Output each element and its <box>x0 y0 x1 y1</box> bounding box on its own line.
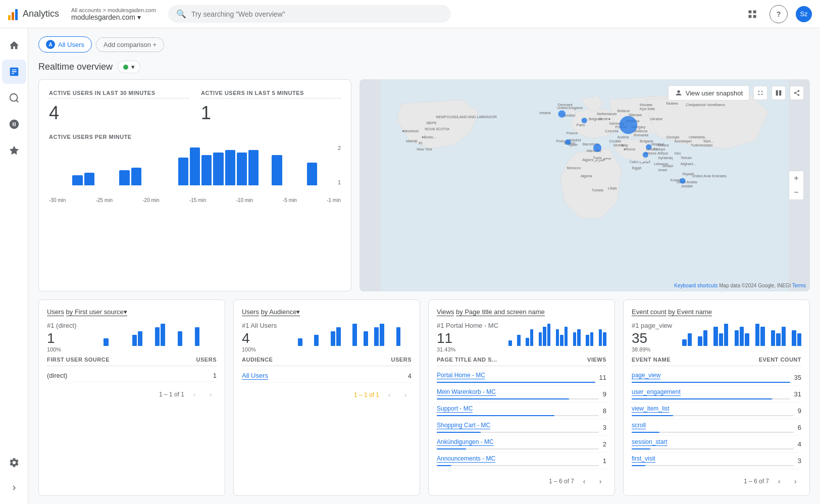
svg-text:Warsaw: Warsaw <box>629 113 642 117</box>
mini-chart-bar <box>556 329 559 346</box>
chart-bar <box>72 175 82 185</box>
users-by-source-chart <box>87 322 217 346</box>
col-page-title: PAGE TITLE AND S... <box>437 357 497 363</box>
account-selector[interactable]: All accounts > modulesgaden.com modulesg… <box>71 7 156 21</box>
event-row-name[interactable]: scroll <box>632 422 646 429</box>
active-5-value: 1 <box>201 103 341 124</box>
add-comparison-button[interactable]: Add comparison + <box>96 37 164 52</box>
event-row-name[interactable]: view_item_list <box>632 405 670 413</box>
page-row-name[interactable]: Portal Home - MC <box>437 372 485 379</box>
svg-rect-1 <box>753 10 756 13</box>
page-row-name[interactable]: Support - MC <box>437 405 473 413</box>
map-share-button[interactable] <box>790 86 804 100</box>
event-count-link[interactable]: by Event name <box>668 308 712 316</box>
sidebar-item-reports[interactable] <box>2 60 26 84</box>
chart-bar <box>131 168 141 185</box>
svg-text:MAINE: MAINE <box>406 139 418 143</box>
col-first-user-source: FIRST USER SOURCE <box>47 357 110 363</box>
svg-text:Jordan: Jordan <box>662 164 673 168</box>
help-icon-button[interactable]: ? <box>770 5 788 23</box>
active-users-grid: ACTIVE USERS IN LAST 30 MINUTES 4 ACTIVE… <box>49 90 341 124</box>
active-users-card: ACTIVE USERS IN LAST 30 MINUTES 4 ACTIVE… <box>38 79 351 291</box>
table-row: session_start 4 <box>632 436 801 452</box>
all-users-chip[interactable]: A All Users <box>38 36 92 53</box>
svg-text:Algeria: Algeria <box>581 174 593 178</box>
users-by-audience-metric: #1 All Users 4 100% <box>242 322 412 352</box>
col-users-2: USERS <box>391 357 412 363</box>
map-container: London Paris Belgium Netherlands Berlin●… <box>360 79 810 291</box>
map-zoom-out-button[interactable]: − <box>789 185 803 199</box>
map-bubble-istanbul <box>646 144 651 149</box>
mini-chart-bar <box>195 327 199 346</box>
table-row: page_view 35 <box>632 369 801 386</box>
views-by-page-link[interactable]: by Page title and screen name <box>456 308 545 316</box>
chart-bar <box>213 153 223 185</box>
map-fullscreen-button[interactable] <box>753 86 767 100</box>
sidebar-item-configure[interactable] <box>2 138 26 163</box>
page-row-name[interactable]: Shopping Cart - MC <box>437 422 490 429</box>
svg-text:Ukraine: Ukraine <box>650 117 662 121</box>
view-user-snapshot-button[interactable]: View user snapshot <box>668 85 749 100</box>
next-page-button-2[interactable]: › <box>399 389 412 401</box>
table-row: Shopping Cart - MC 3 <box>437 419 606 436</box>
event-row-name[interactable]: page_view <box>632 372 660 379</box>
svg-rect-83 <box>779 90 781 96</box>
prev-page-button-2[interactable]: ‹ <box>383 389 395 401</box>
svg-text:Egypt: Egypt <box>632 166 642 170</box>
mini-chart-bar <box>755 324 759 346</box>
svg-text:France: France <box>567 131 578 135</box>
mini-chart-bar <box>380 324 384 346</box>
cards-row: Users by First user source▾ #1 (direct) … <box>38 299 810 496</box>
search-input[interactable] <box>191 10 443 18</box>
mini-chart-bar <box>724 324 728 346</box>
property-selector[interactable]: modulesgarden.com ▾ <box>71 13 156 21</box>
prev-page-button-4[interactable]: ‹ <box>773 475 785 487</box>
svg-text:Kyiv Київ: Kyiv Київ <box>640 107 655 111</box>
table-row: user_engagement 31 <box>632 386 801 402</box>
page-row-name[interactable]: Ankündigungen - MC <box>437 438 494 446</box>
users-by-audience-link[interactable]: by Audience▾ <box>261 308 300 316</box>
users-by-source-link[interactable]: by First user source▾ <box>66 308 127 316</box>
svg-text:Tunis تونس: Tunis تونس <box>593 156 611 160</box>
sidebar-item-home[interactable] <box>2 33 26 58</box>
user-avatar[interactable]: Sz <box>796 6 812 22</box>
page-row-name[interactable]: Mein Warenkorb - MC <box>437 388 496 396</box>
event-row-name[interactable]: user_engagement <box>632 388 681 396</box>
next-page-button[interactable]: › <box>204 388 217 400</box>
grid-icon-button[interactable] <box>743 5 761 23</box>
prev-page-button[interactable]: ‹ <box>188 388 200 400</box>
chart-bar <box>237 153 247 185</box>
map-bubble-madrid <box>565 139 571 145</box>
next-page-button-4[interactable]: › <box>789 475 801 487</box>
sidebar-item-explore[interactable] <box>2 86 26 110</box>
keyboard-shortcuts-link[interactable]: Keyboard shortcuts <box>674 283 718 288</box>
next-page-button-3[interactable]: › <box>594 475 606 487</box>
event-row-name[interactable]: first_visit <box>632 455 655 463</box>
event-count-chart <box>682 322 801 346</box>
terms-link[interactable]: Terms <box>792 283 806 288</box>
search-bar[interactable]: 🔍 <box>168 5 451 23</box>
map-bubble-warsaw <box>620 116 638 134</box>
mini-chart-bar <box>719 333 723 346</box>
page-row-name[interactable]: Announcements - MC <box>437 455 495 463</box>
svg-text:Madrid: Madrid <box>570 138 581 142</box>
mini-chart-bar <box>132 335 137 346</box>
svg-rect-2 <box>749 15 752 18</box>
event-row-name[interactable]: session_start <box>632 438 668 446</box>
map-bubble-athens <box>643 152 648 158</box>
map-zoom-in-button[interactable]: + <box>789 171 803 185</box>
event-count-metric: #1 page_view 35 38.89% <box>632 322 801 352</box>
sidebar-expand-button[interactable] <box>2 476 26 500</box>
search-icon: 🔍 <box>176 9 186 19</box>
active-5-section: ACTIVE USERS IN LAST 5 MINUTES 1 <box>201 90 341 124</box>
nav-actions: ? Sz <box>743 5 812 23</box>
svg-text:Belarus: Belarus <box>618 109 630 113</box>
sidebar-item-settings[interactable] <box>2 450 26 475</box>
prev-page-button-3[interactable]: ‹ <box>578 475 590 487</box>
col-views: VIEWS <box>587 357 606 363</box>
svg-text:Tehran: Tehran <box>681 156 692 160</box>
map-compare-button[interactable] <box>772 86 786 100</box>
sidebar-item-advertising[interactable] <box>2 112 26 136</box>
realtime-status-button[interactable]: ▾ <box>118 61 140 73</box>
mini-chart-bar <box>530 329 534 346</box>
